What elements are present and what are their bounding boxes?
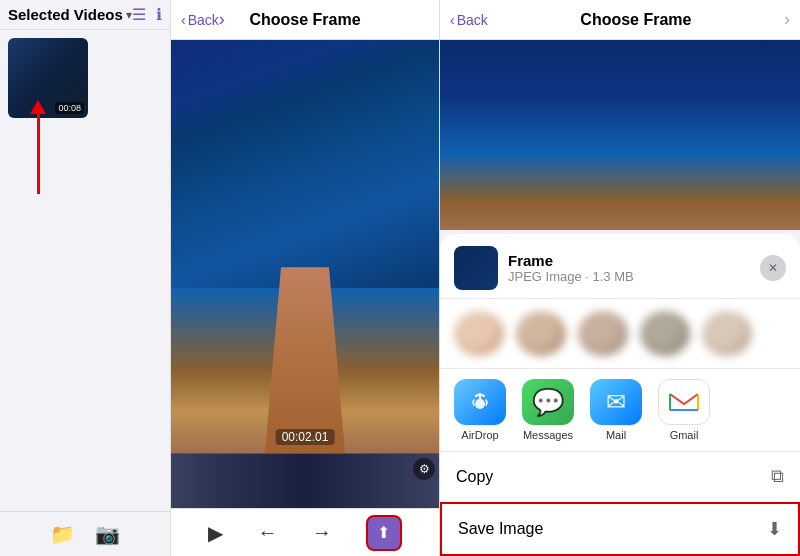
video-grid: 00:08 [0, 30, 170, 511]
contacts-row [440, 299, 800, 369]
arrow-head-icon [30, 100, 46, 114]
share-sheet: Frame JPEG Image · 1.3 MB ✕ [440, 234, 800, 556]
right-video-preview [440, 40, 800, 230]
contact-avatar [702, 311, 752, 356]
middle-panel-title: Choose Frame [249, 11, 360, 29]
share-button[interactable]: ⬆ [366, 515, 402, 551]
next-frame-button[interactable]: → [312, 521, 332, 544]
share-close-button[interactable]: ✕ [760, 255, 786, 281]
contact-avatar [640, 311, 690, 356]
middle-header: ‹ Back Choose Frame › [171, 0, 439, 40]
left-header: Selected Videos ▾ ☰ ℹ [0, 0, 170, 30]
left-header-icons: ☰ ℹ [132, 5, 162, 24]
filmstrip-gear-icon[interactable]: ⚙ [413, 458, 435, 480]
video-duration: 00:08 [55, 102, 84, 114]
save-image-action-icon: ⬇ [767, 518, 782, 540]
app-item-messages[interactable]: 💬 Messages [522, 379, 574, 441]
action-rows: Copy ⧉ Save Image ⬇ [440, 452, 800, 556]
folder-icon[interactable]: 📁 [50, 522, 75, 546]
right-back-button[interactable]: ‹ Back [450, 12, 488, 28]
messages-label: Messages [523, 429, 573, 441]
share-file-title: Frame [508, 252, 760, 269]
filmstrip[interactable]: ⚙ [171, 453, 439, 508]
gmail-label: Gmail [670, 429, 699, 441]
camera-icon[interactable]: 📷 [95, 522, 120, 546]
save-image-action-label: Save Image [458, 520, 543, 538]
app-item-airdrop[interactable]: AirDrop [454, 379, 506, 441]
contact-item[interactable] [640, 311, 690, 356]
copy-action-label: Copy [456, 468, 493, 486]
save-image-action-row[interactable]: Save Image ⬇ [440, 502, 800, 556]
app-item-mail[interactable]: ✉ Mail [590, 379, 642, 441]
forward-icon[interactable]: › [219, 9, 225, 30]
share-sheet-header: Frame JPEG Image · 1.3 MB ✕ [440, 234, 800, 299]
contact-item[interactable] [454, 311, 504, 356]
back-label: Back [188, 12, 219, 28]
gmail-icon [658, 379, 710, 425]
water-background [171, 40, 439, 288]
apps-row: AirDrop 💬 Messages ✉ Mail [440, 369, 800, 452]
video-timestamp: 00:02.01 [276, 429, 335, 445]
video-preview: 00:02.01 [171, 40, 439, 453]
left-panel-title: Selected Videos [8, 6, 124, 23]
svg-point-0 [475, 399, 485, 409]
back-button[interactable]: ‹ Back [181, 12, 219, 28]
contact-avatar [516, 311, 566, 356]
app-item-gmail[interactable]: Gmail [658, 379, 710, 441]
share-info: Frame JPEG Image · 1.3 MB [508, 252, 760, 284]
right-panel-title: Choose Frame [580, 11, 691, 29]
video-thumbnail[interactable]: 00:08 [8, 38, 88, 118]
copy-action-row[interactable]: Copy ⧉ [440, 452, 800, 501]
right-back-chevron-icon: ‹ [450, 12, 455, 28]
copy-action-icon: ⧉ [771, 466, 784, 487]
mail-label: Mail [606, 429, 626, 441]
info-icon[interactable]: ℹ [156, 5, 162, 24]
menu-icon[interactable]: ☰ [132, 5, 146, 24]
share-thumbnail [454, 246, 498, 290]
share-file-subtitle: JPEG Image · 1.3 MB [508, 269, 760, 284]
contact-avatar [454, 311, 504, 356]
airdrop-icon [454, 379, 506, 425]
right-panel: ‹ Back Choose Frame › Frame JPEG Image ·… [440, 0, 800, 556]
arrow-annotation [30, 100, 46, 194]
prev-frame-button[interactable]: ← [257, 521, 277, 544]
bottom-controls: ▶ ← → ⬆ [171, 508, 439, 556]
contact-item[interactable] [516, 311, 566, 356]
airdrop-label: AirDrop [461, 429, 498, 441]
left-bottom-toolbar: 📁 📷 [0, 511, 170, 556]
right-header: ‹ Back Choose Frame › [440, 0, 800, 40]
play-button[interactable]: ▶ [208, 521, 223, 545]
back-chevron-icon: ‹ [181, 12, 186, 28]
mail-icon: ✉ [590, 379, 642, 425]
contact-item[interactable] [702, 311, 752, 356]
left-panel: Selected Videos ▾ ☰ ℹ 00:08 📁 📷 [0, 0, 170, 556]
contact-avatar [578, 311, 628, 356]
middle-panel: ‹ Back Choose Frame › 00:02.01 ⚙ ▶ ← → ⬆ [170, 0, 440, 556]
right-back-label: Back [457, 12, 488, 28]
close-icon: ✕ [768, 261, 778, 275]
share-icon: ⬆ [377, 523, 390, 542]
contact-item[interactable] [578, 311, 628, 356]
legs-visual [265, 267, 345, 453]
messages-icon: 💬 [522, 379, 574, 425]
right-header-action-icon[interactable]: › [784, 9, 790, 30]
arrow-line [37, 114, 40, 194]
